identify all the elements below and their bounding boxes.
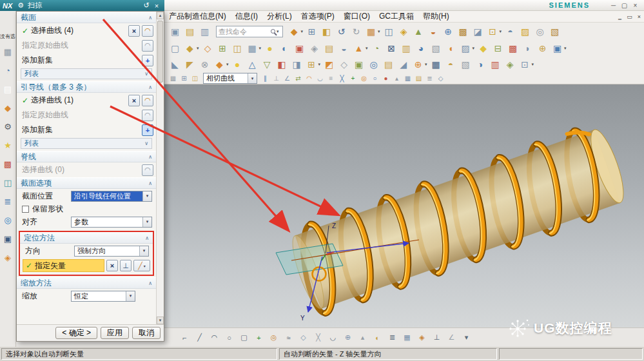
dropdown-caret[interactable]: ▾: [259, 46, 262, 51]
clear-selection-button[interactable]: ×: [128, 95, 140, 106]
toolbar-icon[interactable]: ◢: [396, 57, 410, 71]
toolbar-icon[interactable]: ≣: [425, 73, 434, 83]
chevron-down-icon[interactable]: ▾: [277, 29, 279, 34]
apply-button[interactable]: 应用: [101, 327, 129, 339]
toolbar-icon[interactable]: △: [246, 57, 259, 71]
preserve-shape-row[interactable]: 保留形状: [17, 203, 156, 215]
toolbar-icon[interactable]: ◡: [315, 73, 325, 83]
toolbar-icon[interactable]: ≡: [326, 73, 336, 83]
spine-curve-button[interactable]: ◠: [142, 164, 153, 176]
toolbar-icon[interactable]: ⊗: [198, 57, 211, 71]
curve-rule-combo[interactable]: 相切曲线 ▾: [203, 73, 257, 84]
toolbar-icon[interactable]: ◫: [382, 24, 396, 38]
dropdown-caret[interactable]: ▾: [532, 62, 534, 67]
chevron-up-icon[interactable]: ∧: [148, 154, 152, 160]
toolbar-icon[interactable]: ◩: [322, 57, 336, 71]
scroll-down-icon[interactable]: ▼: [157, 317, 164, 324]
direction-combo[interactable]: 强制方向 ▾: [74, 246, 149, 257]
sidebar-icon[interactable]: ▣: [2, 233, 14, 245]
toolbar-icon[interactable]: ◧: [320, 24, 333, 38]
dropdown-caret[interactable]: ▾: [500, 29, 502, 34]
toolbar-icon[interactable]: ▣: [551, 41, 564, 55]
mdi-close-button[interactable]: ×: [634, 14, 644, 20]
menu-item[interactable]: 窗口(O): [339, 11, 375, 22]
model-cylinder[interactable]: [295, 130, 620, 308]
bottom-toolbar-icon[interactable]: ⊕: [342, 332, 353, 343]
bottom-toolbar-icon[interactable]: ◎: [268, 332, 279, 343]
menu-item[interactable]: 分析(L): [262, 11, 297, 22]
origin-curve-button[interactable]: ◠: [142, 110, 153, 121]
sidebar-icon[interactable]: ◎: [2, 214, 14, 226]
select-curve-row[interactable]: ✓ 选择曲线 (4) × ◠: [17, 23, 156, 38]
toolbar-icon[interactable]: ▨: [518, 24, 532, 38]
bottom-toolbar-icon[interactable]: ▦: [402, 332, 413, 343]
toolbar-icon[interactable]: ▤: [382, 57, 395, 71]
sidebar-icon[interactable]: ▤: [2, 83, 14, 95]
dropdown-caret[interactable]: ▾: [301, 29, 304, 34]
bottom-toolbar-icon[interactable]: +: [253, 332, 264, 343]
add-new-set-row[interactable]: 添加新集 +: [17, 53, 156, 68]
dropdown-caret[interactable]: ▾: [378, 29, 380, 34]
bottom-toolbar-icon[interactable]: ◈: [416, 332, 427, 343]
sidebar-icon[interactable]: ◔: [2, 64, 14, 77]
vector-dialog-button[interactable]: ×: [106, 260, 118, 271]
toolbar-icon[interactable]: ⊞: [305, 57, 318, 71]
menu-item[interactable]: 产品制造信息(N): [164, 11, 231, 22]
origin-curve-row[interactable]: 指定原始曲线 ◠: [17, 38, 156, 53]
toolbar-icon[interactable]: ◆: [288, 24, 301, 38]
group-header-spine[interactable]: 脊线 ∧: [17, 151, 156, 162]
toolbar-icon[interactable]: ◪: [471, 24, 485, 38]
scrollbar-thumb[interactable]: [157, 21, 163, 83]
bottom-toolbar-icon[interactable]: ◡: [327, 332, 338, 343]
toolbar-icon[interactable]: ○: [370, 73, 380, 83]
toolbar-icon[interactable]: ◠: [304, 73, 314, 83]
toolbar-icon[interactable]: ◤: [183, 57, 197, 71]
origin-curve-row[interactable]: 指定原始曲线 ◠: [17, 108, 156, 122]
mdi-minimize-button[interactable]: ‗: [615, 14, 625, 20]
toolbar-icon[interactable]: ◎: [359, 73, 369, 83]
group-header-orientation[interactable]: 定位方法 ∧: [20, 232, 153, 244]
toolbar-icon[interactable]: ▦: [364, 24, 378, 38]
chevron-up-icon[interactable]: ∧: [148, 180, 152, 186]
toolbar-icon[interactable]: ⊠: [385, 41, 398, 55]
chevron-up-icon[interactable]: ∧: [145, 235, 149, 241]
toolbar-icon[interactable]: ⊕: [536, 41, 549, 55]
chevron-down-icon[interactable]: ▾: [126, 291, 135, 301]
toolbar-icon[interactable]: ◣: [168, 57, 182, 71]
toolbar-icon[interactable]: ▤: [322, 41, 336, 55]
toolbar-icon[interactable]: ▦: [403, 73, 413, 83]
toolbar-icon[interactable]: ⊕: [442, 24, 455, 38]
toolbar-icon[interactable]: ∠: [282, 73, 292, 83]
chevron-down-icon[interactable]: ▾: [144, 264, 146, 268]
sidebar-icon[interactable]: ★: [2, 139, 14, 151]
toolbar-icon[interactable]: ◇: [337, 57, 351, 71]
dropdown-caret[interactable]: ▾: [473, 46, 475, 51]
toolbar-icon[interactable]: ▤: [414, 73, 424, 83]
chevron-down-icon[interactable]: ∨: [144, 71, 148, 77]
toolbar-icon[interactable]: ◫: [231, 41, 244, 55]
list-row-guides[interactable]: 列表 ∨: [21, 138, 152, 149]
toolbar-icon[interactable]: ◖: [444, 41, 458, 55]
toolbar-icon[interactable]: ↻: [349, 24, 363, 38]
toolbar-icon[interactable]: ╳: [337, 73, 347, 83]
chevron-down-icon[interactable]: ▾: [142, 217, 151, 227]
inferred-vector-button[interactable]: ⊥: [120, 260, 132, 271]
toolbar-icon[interactable]: ▦: [246, 41, 259, 55]
curve-chain-button[interactable]: ◠: [142, 95, 153, 106]
bottom-toolbar-icon[interactable]: ╱: [194, 332, 205, 343]
alignment-combo[interactable]: 参数 ▾: [71, 217, 152, 228]
toolbar-icon[interactable]: ▦: [168, 73, 178, 83]
section-position-combo[interactable]: 沿引导线任何位置 ▾: [71, 191, 152, 202]
bottom-toolbar-icon[interactable]: ◇: [298, 332, 309, 343]
bottom-toolbar-icon[interactable]: ╳: [313, 332, 324, 343]
chevron-up-icon[interactable]: ∧: [148, 84, 152, 90]
toolbar-icon[interactable]: ▧: [548, 24, 561, 38]
toolbar-icon[interactable]: ◈: [397, 24, 411, 38]
specify-vector-row[interactable]: ✓ 指定矢量 × ⊥ ╱ ▾: [20, 258, 153, 273]
dropdown-caret[interactable]: ▾: [318, 62, 321, 67]
toolbar-icon[interactable]: ▣: [352, 57, 366, 71]
list-row-section[interactable]: 列表 ∨: [21, 68, 152, 79]
mdi-restore-button[interactable]: ▭: [625, 14, 634, 20]
toolbar-icon[interactable]: ▣: [168, 24, 182, 38]
bottom-toolbar-icon[interactable]: ≈: [283, 332, 294, 343]
